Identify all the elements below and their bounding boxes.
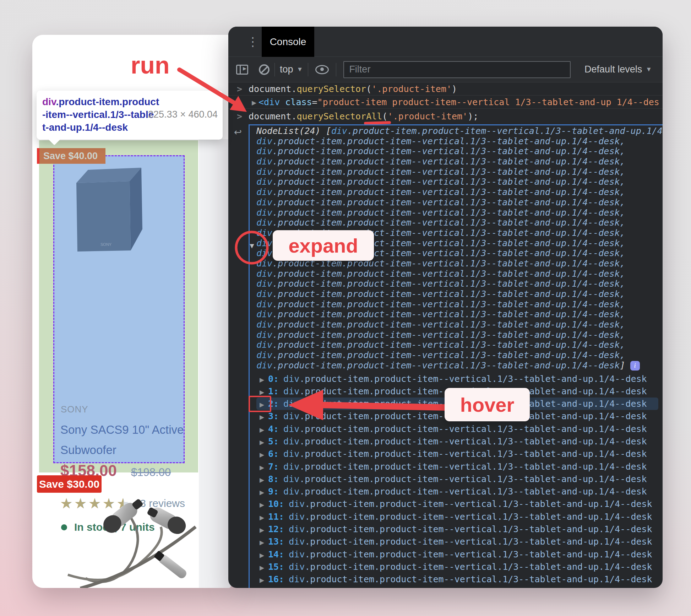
- expand-triangle-icon[interactable]: ▶: [260, 461, 268, 474]
- expand-triangle-icon[interactable]: ▶: [260, 549, 268, 562]
- expand-triangle-icon[interactable]: ▶: [260, 499, 268, 511]
- row-index: 7:: [268, 461, 279, 472]
- product-old-price: $198.00: [131, 466, 171, 479]
- toolbar-divider: [274, 63, 275, 76]
- log-levels-dropdown[interactable]: Default levels ▼: [584, 64, 652, 75]
- row-index: 12:: [268, 524, 284, 534]
- nodelist-preview-line: div.product-item.product-item--vertical.…: [256, 289, 663, 299]
- tab-console[interactable]: Console: [262, 27, 314, 57]
- expand-triangle-icon[interactable]: ▶: [260, 411, 268, 423]
- nodelist-row-11[interactable]: ▶11:div.product-item.product-item--verti…: [256, 510, 658, 523]
- expand-triangle-icon[interactable]: ▶: [260, 562, 268, 574]
- expand-triangle-icon[interactable]: ▶: [260, 486, 268, 499]
- nodelist-preview-line: div.product-item.product-item--vertical.…: [256, 208, 663, 218]
- page-background-strip: [199, 139, 231, 588]
- nodelist-preview-line: div.product-item.product-item--vertical.…: [256, 279, 663, 289]
- row-index: 13:: [268, 536, 284, 547]
- row-index: 14:: [268, 549, 284, 560]
- nodelist-row-14[interactable]: ▶14:div.product-item.product-item--verti…: [256, 548, 658, 561]
- product-title[interactable]: Sony SACS9 10" ActiveSubwoofer: [60, 420, 188, 460]
- info-badge-icon[interactable]: i: [630, 361, 640, 371]
- nodelist-row-15[interactable]: ▶15:div.product-item.product-item--verti…: [256, 561, 658, 573]
- clear-console-icon[interactable]: [259, 64, 270, 75]
- devtools-panel: ⋮ Console top ▼ Filter Default levels ▼ …: [228, 27, 663, 588]
- prompt-chevron-icon: >: [237, 82, 242, 96]
- red-underline-annotation: [364, 121, 391, 124]
- nodelist-row-8[interactable]: ▶8:div.product-item.product-item--vertic…: [256, 473, 658, 485]
- save-badge-top: Save $40.00: [37, 148, 105, 164]
- expand-triangle-icon[interactable]: ▶: [260, 536, 268, 549]
- nodelist-row-0[interactable]: ▶0:div.product-item.product-item--vertic…: [256, 373, 658, 385]
- hover-annotation-label: hover: [445, 388, 530, 421]
- nodelist-row-9[interactable]: ▶9:div.product-item.product-item--vertic…: [256, 485, 658, 498]
- row-index: 11:: [268, 512, 284, 522]
- nodelist-preview-last: div.product-item.product-item--vertical.…: [256, 361, 663, 371]
- nodelist-preview-line: div.product-item.product-item--vertical.…: [256, 198, 663, 208]
- nodelist-preview-line: div.product-item.product-item--vertical.…: [256, 146, 663, 157]
- kebab-menu-icon[interactable]: ⋮: [247, 32, 259, 51]
- live-expression-eye-icon[interactable]: [315, 65, 329, 74]
- save-badge-bottom-label: Save $30.00: [39, 478, 99, 490]
- expand-triangle-icon[interactable]: ▶: [260, 574, 268, 587]
- save-badge-top-label: Save $40.00: [43, 151, 98, 162]
- console-sidebar-icon[interactable]: [236, 65, 248, 75]
- inspect-overlay-margin: SONY SONY Sony SACS9 10" ActiveSubwoofer…: [39, 140, 198, 472]
- row-index: 1:: [268, 386, 279, 396]
- nodelist-preview-line: div.product-item.product-item--vertical.…: [256, 340, 663, 350]
- nodelist-preview-line: div.product-item.product-item--vertical.…: [256, 136, 663, 147]
- console-result-element[interactable]: ↩ ▶ <div class="product-item product-ite…: [228, 96, 663, 109]
- filter-placeholder: Filter: [349, 64, 370, 75]
- nodelist-preview-line: div.product-item.product-item--vertical.…: [256, 269, 663, 279]
- nodelist-row-16[interactable]: ▶16:div.product-item.product-item--verti…: [256, 573, 658, 585]
- nodelist-row-4[interactable]: ▶4:div.product-item.product-item--vertic…: [256, 423, 658, 435]
- nodelist-row-6[interactable]: ▶6:div.product-item.product-item--vertic…: [256, 448, 658, 460]
- expand-triangle-icon[interactable]: ▶: [260, 374, 268, 386]
- save-badge-bottom: Save $30.00: [37, 475, 102, 493]
- tooltip-selector-line3: t-and-up.1/4--desk: [42, 121, 217, 134]
- expand-triangle-icon[interactable]: ▶: [252, 96, 256, 109]
- expand-triangle-icon[interactable]: ▶: [260, 474, 268, 486]
- nodelist-preview-line: div.product-item.product-item--vertical.…: [256, 157, 663, 167]
- expand-triangle-icon[interactable]: ▶: [260, 449, 268, 461]
- nodelist-row-5[interactable]: ▶5:div.product-item.product-item--vertic…: [256, 435, 658, 448]
- expand-triangle-icon[interactable]: ▶: [260, 436, 268, 449]
- nodelist-row-7[interactable]: ▶7:div.product-item.product-item--vertic…: [256, 460, 658, 473]
- expand-triangle-icon[interactable]: ▶: [260, 524, 268, 536]
- product-brand: SONY: [61, 404, 88, 415]
- nodelist-result-block[interactable]: NodeList(24) [div.product-item.product-i…: [249, 124, 663, 588]
- stage: SONY SONY Sony SACS9 10" ActiveSubwoofer…: [0, 0, 691, 616]
- nodelist-row-12[interactable]: ▶12:div.product-item.product-item--verti…: [256, 523, 658, 535]
- nodelist-preview-line: div.product-item.product-item--vertical.…: [256, 177, 663, 187]
- row-index: 0:: [268, 374, 279, 384]
- tooltip-dimensions: 225.33 × 460.04: [148, 109, 218, 120]
- run-annotation-label: run: [131, 51, 170, 79]
- earbuds-image: [47, 493, 199, 588]
- nodelist-row-13[interactable]: ▶13:div.product-item.product-item--verti…: [256, 535, 658, 548]
- row-index: 6:: [268, 449, 279, 459]
- context-selector[interactable]: top: [280, 64, 293, 75]
- chevron-down-icon: ▼: [297, 66, 303, 73]
- chevron-down-icon: ▼: [646, 66, 652, 73]
- red-rect-annotation: [249, 396, 271, 412]
- return-value-icon: ↩: [234, 96, 240, 109]
- row-index: 15:: [268, 562, 284, 572]
- inspect-overlay-content: SONY: [53, 155, 185, 463]
- row-index: 4:: [268, 424, 279, 434]
- row-index: 10:: [268, 499, 284, 509]
- disclosure-triangle-icon[interactable]: ▼: [248, 242, 256, 250]
- expand-triangle-icon[interactable]: ▶: [260, 424, 268, 436]
- row-index: 16:: [268, 574, 284, 584]
- subwoofer-logo-text: SONY: [100, 242, 112, 247]
- console-command-queryselector[interactable]: > document.querySelector('.product-item'…: [228, 82, 663, 96]
- nodelist-preview-line: div.product-item.product-item--vertical.…: [256, 218, 663, 228]
- prompt-chevron-icon: >: [237, 109, 242, 124]
- tooltip-selector-line1: div.product-item.product: [42, 96, 217, 108]
- nodelist-preview-line: div.product-item.product-item--vertical.…: [256, 350, 663, 361]
- row-index: 8:: [268, 474, 279, 484]
- toolbar-divider: [308, 63, 308, 76]
- nodelist-row-10[interactable]: ▶10:div.product-item.product-item--verti…: [256, 498, 658, 510]
- console-command-queryselectorall[interactable]: > document.querySelectorAll('.product-it…: [228, 109, 663, 124]
- expand-triangle-icon[interactable]: ▶: [260, 512, 268, 524]
- filter-input[interactable]: Filter: [343, 61, 571, 78]
- console-toolbar: top ▼ Filter Default levels ▼: [228, 57, 663, 82]
